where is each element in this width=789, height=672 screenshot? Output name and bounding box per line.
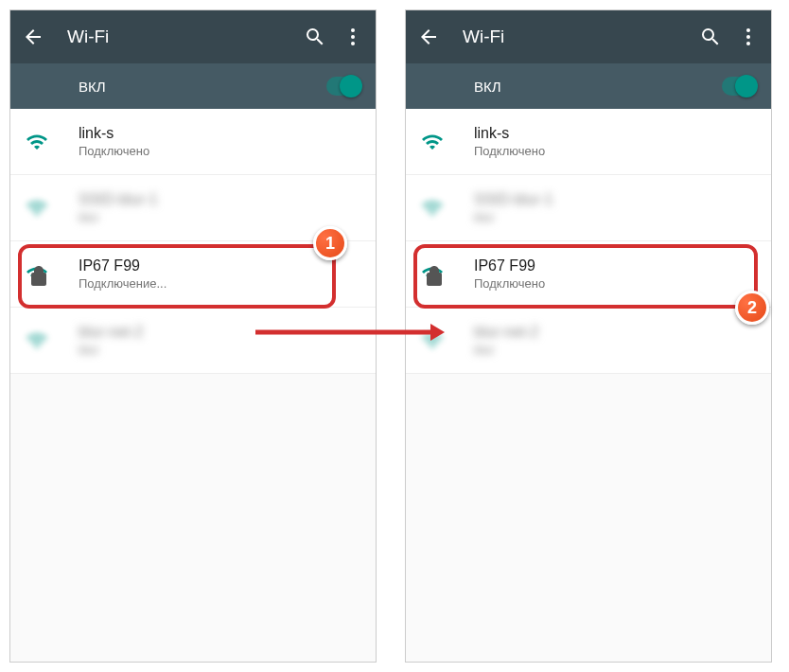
wifi-switch[interactable]	[722, 77, 756, 96]
network-name: link-s	[79, 125, 149, 142]
wifi-toggle-bar: ВКЛ	[10, 63, 376, 109]
phone-right: Wi‑Fi ВКЛ link-s Подключено	[405, 9, 772, 663]
network-status: Подключено	[79, 144, 149, 158]
back-button[interactable]	[417, 26, 440, 48]
svg-point-5	[746, 42, 750, 45]
svg-point-1	[351, 35, 355, 39]
network-name: SSID-blur-1	[79, 191, 158, 208]
network-name: link-s	[474, 125, 545, 142]
wifi-signal-icon	[26, 329, 48, 352]
network-name: IP67 F99	[79, 257, 167, 274]
wifi-toggle-bar: ВКЛ	[406, 63, 771, 109]
network-item[interactable]: SSID-blur-1 blur	[406, 175, 771, 241]
svg-point-0	[351, 28, 355, 32]
wifi-signal-icon	[26, 197, 48, 220]
network-status: blur	[474, 210, 553, 224]
network-status: blur	[474, 343, 538, 357]
appbar: Wi‑Fi	[406, 10, 771, 63]
network-name: blur-net-2	[79, 324, 143, 341]
network-name: IP67 F99	[474, 257, 545, 274]
transition-arrow-icon	[255, 318, 445, 346]
network-status: Подключение...	[79, 276, 167, 291]
network-status: blur	[79, 343, 143, 357]
step-badge-1: 1	[313, 226, 347, 260]
network-status: Подключено	[474, 144, 545, 158]
wifi-signal-icon	[421, 131, 444, 153]
search-icon[interactable]	[699, 26, 722, 48]
page-title: Wi‑Fi	[463, 27, 699, 47]
svg-point-2	[351, 42, 355, 45]
toggle-label: ВКЛ	[79, 79, 326, 95]
network-item[interactable]: link-s Подключено	[10, 109, 376, 175]
network-item[interactable]: blur-net-2 blur	[406, 308, 771, 374]
wifi-signal-icon	[26, 131, 48, 153]
more-icon[interactable]	[342, 26, 364, 48]
page-title: Wi‑Fi	[67, 27, 304, 47]
wifi-signal-lock-icon	[421, 263, 444, 286]
search-icon[interactable]	[304, 26, 326, 48]
back-button[interactable]	[22, 26, 44, 48]
network-status: Подключено	[474, 276, 545, 291]
network-list: link-s Подключено SSID-blur-1 blur IP67 …	[406, 109, 771, 374]
network-status: blur	[79, 210, 158, 224]
appbar: Wi‑Fi	[10, 10, 376, 63]
svg-point-3	[746, 28, 750, 32]
network-name: SSID-blur-1	[474, 191, 553, 208]
toggle-label: ВКЛ	[474, 79, 722, 95]
network-name: blur-net-2	[474, 324, 538, 341]
wifi-switch[interactable]	[326, 77, 360, 96]
network-item[interactable]: link-s Подключено	[406, 109, 771, 175]
network-item[interactable]: IP67 F99 Подключено	[406, 241, 771, 308]
wifi-signal-icon	[421, 197, 444, 220]
step-badge-2: 2	[735, 291, 769, 325]
more-icon[interactable]	[737, 26, 760, 48]
svg-marker-7	[430, 324, 445, 341]
wifi-signal-lock-icon	[26, 263, 48, 286]
svg-point-4	[746, 35, 750, 39]
